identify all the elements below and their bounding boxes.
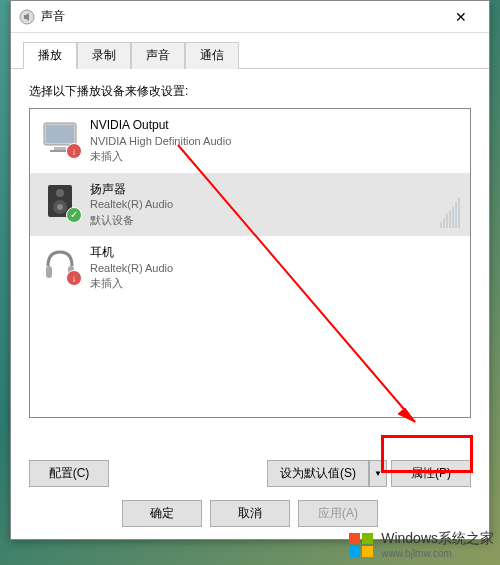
- unplugged-badge-icon: ↓: [66, 143, 82, 159]
- configure-button[interactable]: 配置(C): [29, 460, 109, 487]
- set-default-split: 设为默认值(S) ▼: [267, 460, 387, 487]
- device-item-nvidia[interactable]: ↓ NVIDIA Output NVIDIA High Definition A…: [30, 109, 470, 173]
- device-item-speakers[interactable]: ✓ 扬声器 Realtek(R) Audio 默认设备: [30, 173, 470, 237]
- tab-playback[interactable]: 播放: [23, 42, 77, 69]
- sound-icon: [19, 9, 35, 25]
- device-name: 扬声器: [90, 181, 434, 198]
- dialog-footer: 确定 取消 应用(A): [11, 500, 489, 527]
- device-status: 未插入: [90, 276, 460, 291]
- tabstrip: 播放 录制 声音 通信: [11, 33, 489, 69]
- device-text: 耳机 Realtek(R) Audio 未插入: [90, 244, 460, 292]
- watermark-url: www.bjlmw.com: [381, 548, 494, 559]
- apply-button[interactable]: 应用(A): [298, 500, 378, 527]
- volume-level-icon: [440, 181, 460, 229]
- action-row: 配置(C) 设为默认值(S) ▼ 属性(P): [29, 460, 471, 487]
- default-badge-icon: ✓: [66, 207, 82, 223]
- svg-rect-14: [362, 533, 373, 544]
- watermark: Windows系统之家 www.bjlmw.com: [347, 530, 494, 559]
- device-text: NVIDIA Output NVIDIA High Definition Aud…: [90, 117, 460, 165]
- device-driver: Realtek(R) Audio: [90, 261, 460, 276]
- window-title: 声音: [41, 8, 441, 25]
- watermark-text: Windows系统之家 www.bjlmw.com: [381, 530, 494, 559]
- device-driver: Realtek(R) Audio: [90, 197, 434, 212]
- monitor-icon: ↓: [40, 117, 80, 157]
- chevron-down-icon[interactable]: ▼: [369, 460, 387, 487]
- sound-dialog: 声音 ✕ 播放 录制 声音 通信 选择以下播放设备来修改设置: ↓ NVIDIA…: [10, 0, 490, 540]
- ok-button[interactable]: 确定: [122, 500, 202, 527]
- cancel-button[interactable]: 取消: [210, 500, 290, 527]
- device-text: 扬声器 Realtek(R) Audio 默认设备: [90, 181, 434, 229]
- device-status: 未插入: [90, 149, 460, 164]
- speaker-icon: ✓: [40, 181, 80, 221]
- tab-content: 选择以下播放设备来修改设置: ↓ NVIDIA Output NVIDIA Hi…: [11, 69, 489, 497]
- svg-rect-9: [46, 266, 52, 278]
- tab-sounds[interactable]: 声音: [131, 42, 185, 69]
- close-button[interactable]: ✕: [441, 3, 481, 31]
- watermark-brand: Windows: [381, 530, 438, 546]
- svg-rect-15: [349, 546, 360, 557]
- headphones-icon: ↓: [40, 244, 80, 284]
- svg-rect-13: [349, 533, 360, 544]
- svg-rect-2: [46, 125, 74, 143]
- tab-recording[interactable]: 录制: [77, 42, 131, 69]
- device-driver: NVIDIA High Definition Audio: [90, 134, 460, 149]
- titlebar: 声音 ✕: [11, 1, 489, 33]
- windows-logo-icon: [347, 531, 375, 559]
- properties-button[interactable]: 属性(P): [391, 460, 471, 487]
- device-status: 默认设备: [90, 213, 434, 228]
- svg-rect-16: [362, 546, 373, 557]
- set-default-button[interactable]: 设为默认值(S): [267, 460, 369, 487]
- device-name: NVIDIA Output: [90, 117, 460, 134]
- instruction-text: 选择以下播放设备来修改设置:: [29, 83, 471, 100]
- watermark-suffix: 系统之家: [438, 530, 494, 546]
- device-list[interactable]: ↓ NVIDIA Output NVIDIA High Definition A…: [29, 108, 471, 418]
- tab-communications[interactable]: 通信: [185, 42, 239, 69]
- device-name: 耳机: [90, 244, 460, 261]
- device-item-headphones[interactable]: ↓ 耳机 Realtek(R) Audio 未插入: [30, 236, 470, 300]
- svg-point-6: [56, 189, 64, 197]
- svg-rect-3: [54, 147, 66, 150]
- svg-point-8: [57, 204, 63, 210]
